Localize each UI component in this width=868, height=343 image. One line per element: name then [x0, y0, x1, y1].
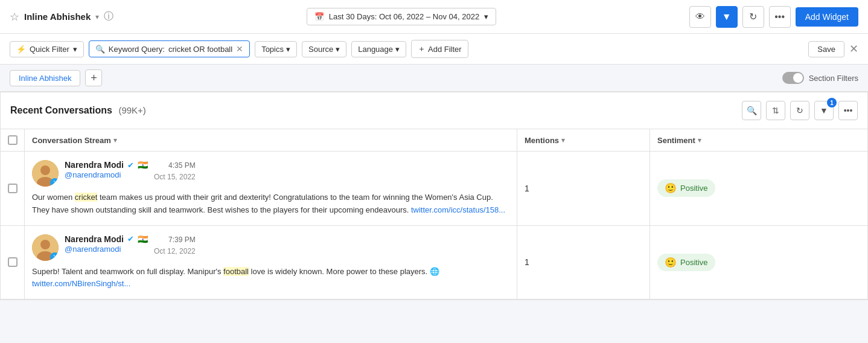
- add-filter-label: Add Filter: [428, 45, 462, 54]
- table-column-sentiment: Sentiment ▾: [650, 129, 867, 151]
- row1-checkbox-cell[interactable]: [1, 152, 25, 225]
- row2-checkbox-cell[interactable]: [1, 226, 25, 300]
- widget-actions: 🔍 ⇅ ↻ ▼ 1 •••: [742, 101, 858, 120]
- widget-more-button[interactable]: •••: [838, 101, 858, 120]
- close-filter-bar-icon[interactable]: ✕: [849, 42, 858, 56]
- row1-link[interactable]: twitter.com/icc/status/158...: [409, 205, 505, 214]
- close-keyword-icon[interactable]: ✕: [236, 44, 243, 54]
- row2-checkbox[interactable]: [8, 257, 18, 267]
- more-options-button[interactable]: •••: [769, 6, 791, 28]
- widget-count: (99K+): [118, 105, 145, 115]
- add-widget-button[interactable]: Add Widget: [796, 7, 858, 27]
- widget-title-area: Recent Conversations (99K+): [10, 105, 146, 116]
- section-filters-area: Section Filters: [782, 72, 858, 84]
- row2-time: 7:39 PM Oct 12, 2022: [154, 234, 196, 257]
- eye-icon-button[interactable]: 👁: [689, 6, 711, 28]
- row2-sentiment-badge: 🙂 Positive: [657, 254, 715, 271]
- widget-refresh-button[interactable]: ↻: [790, 101, 809, 120]
- refresh-icon: ↻: [749, 11, 757, 22]
- svg-point-1: [40, 165, 50, 175]
- more-options-icon: •••: [774, 11, 785, 22]
- more-icon: •••: [844, 106, 853, 115]
- language-chevron-icon: ▾: [395, 45, 400, 54]
- topics-filter-button[interactable]: Topics ▾: [255, 41, 297, 57]
- flag-icon: 🇮🇳: [138, 160, 148, 170]
- table-checkbox-header[interactable]: [1, 129, 25, 151]
- row1-author-name: Narendra Modi: [65, 160, 124, 170]
- sort-icon: ⇅: [772, 106, 779, 115]
- tab-inline-abhishek[interactable]: Inline Abhishek: [10, 70, 80, 86]
- tab-bar-left: Inline Abhishek +: [10, 69, 102, 86]
- filter-icon: ▼: [722, 11, 732, 22]
- workspace-name: Inline Abhishek: [24, 11, 91, 22]
- row2-handle[interactable]: @narendramodi: [65, 245, 121, 254]
- row2-mentions-value: 1: [525, 257, 529, 267]
- row1-mentions-value: 1: [525, 184, 529, 193]
- row1-sentiment-label: Positive: [680, 184, 708, 193]
- quick-filter-button[interactable]: ⚡ Quick Filter ▾: [10, 41, 84, 57]
- workspace-chevron-icon[interactable]: ▾: [95, 13, 99, 21]
- row2-avatar: 𝕏: [32, 234, 59, 261]
- flag-icon: 🇮🇳: [138, 234, 148, 244]
- add-tab-button[interactable]: +: [85, 69, 102, 86]
- source-filter-button[interactable]: Source ▾: [302, 41, 346, 57]
- date-range-button[interactable]: 📅 Last 30 Days: Oct 06, 2022 – Nov 04, 2…: [307, 8, 496, 25]
- source-chevron-icon: ▾: [336, 45, 340, 54]
- row2-link[interactable]: twitter.com/NBirenSingh/st...: [32, 279, 130, 288]
- refresh-icon-button[interactable]: ↻: [742, 6, 764, 28]
- add-filter-button[interactable]: ＋ Add Filter: [411, 40, 468, 58]
- sort-chevron-icon[interactable]: ▾: [561, 136, 565, 144]
- table-header: Conversation Stream ▾ Mentions ▾ Sentime…: [1, 129, 867, 152]
- row2-post-text: Superb! Talent and teamwork on full disp…: [32, 266, 509, 291]
- keyword-filter-label: Keyword Query:: [109, 45, 165, 54]
- section-filters-label: Section Filters: [809, 74, 858, 83]
- row1-time: 4:35 PM Oct 15, 2022: [154, 160, 196, 183]
- row2-author-name: Narendra Modi: [65, 234, 124, 244]
- positive-smiley-icon: 🙂: [665, 257, 677, 268]
- calendar-icon: 📅: [314, 12, 324, 21]
- row1-handle[interactable]: @narendramodi: [65, 170, 121, 179]
- twitter-badge-icon: 𝕏: [50, 178, 59, 187]
- twitter-badge-icon: 𝕏: [50, 252, 59, 261]
- row1-post-meta: Narendra Modi ✔ 🇮🇳 @narendramodi: [65, 160, 148, 179]
- date-range-chevron-icon: ▾: [484, 12, 488, 21]
- widget-search-button[interactable]: 🔍: [742, 101, 761, 120]
- row1-conversation-cell: 𝕏 Narendra Modi ✔ 🇮🇳 @narendramodi 4:35 …: [25, 152, 517, 225]
- row1-checkbox[interactable]: [8, 184, 18, 193]
- row1-mentions-cell: 1: [517, 152, 650, 225]
- table-column-mentions: Mentions ▾: [517, 129, 650, 151]
- section-filters-toggle[interactable]: [782, 72, 804, 84]
- row2-sentiment-cell: 🙂 Positive: [650, 226, 867, 300]
- filter-icon-button[interactable]: ▼: [716, 6, 738, 28]
- svg-point-4: [40, 240, 50, 249]
- quick-filter-chevron-icon: ▾: [73, 45, 77, 54]
- sort-chevron-icon[interactable]: ▾: [698, 136, 701, 144]
- language-filter-label: Language: [358, 45, 393, 54]
- table-row: 𝕏 Narendra Modi ✔ 🇮🇳 @narendramodi 4:35 …: [1, 152, 867, 226]
- plus-icon: ＋: [418, 43, 426, 54]
- row1-avatar: 𝕏: [32, 160, 59, 187]
- info-icon[interactable]: ⓘ: [104, 10, 113, 23]
- save-button[interactable]: Save: [808, 41, 844, 57]
- quick-filter-label: Quick Filter: [30, 45, 69, 54]
- topics-filter-label: Topics: [261, 45, 284, 54]
- star-icon[interactable]: ☆: [10, 10, 19, 24]
- sort-chevron-icon[interactable]: ▾: [113, 136, 117, 144]
- widget-sort-button[interactable]: ⇅: [766, 101, 785, 120]
- search-icon: 🔍: [95, 45, 105, 54]
- row2-post-meta: Narendra Modi ✔ 🇮🇳 @narendramodi: [65, 234, 148, 254]
- topics-chevron-icon: ▾: [286, 45, 290, 54]
- table-row: 𝕏 Narendra Modi ✔ 🇮🇳 @narendramodi 7:39 …: [1, 226, 867, 300]
- language-filter-button[interactable]: Language ▾: [351, 41, 406, 57]
- widget-header: Recent Conversations (99K+) 🔍 ⇅ ↻ ▼ 1 ••…: [1, 92, 867, 129]
- row2-mentions-cell: 1: [517, 226, 650, 300]
- row1-sentiment-badge: 🙂 Positive: [657, 179, 715, 197]
- keyword-filter-value: cricket OR football: [168, 45, 232, 54]
- search-icon: 🔍: [747, 106, 757, 115]
- refresh-icon: ↻: [796, 106, 803, 115]
- widget-filter-button[interactable]: ▼ 1: [814, 101, 834, 120]
- quick-filter-icon: ⚡: [16, 45, 26, 54]
- row1-post-text: Our women cricket team makes us proud wi…: [32, 191, 509, 217]
- eye-icon: 👁: [695, 11, 705, 22]
- table-column-conversation-stream: Conversation Stream ▾: [25, 129, 517, 151]
